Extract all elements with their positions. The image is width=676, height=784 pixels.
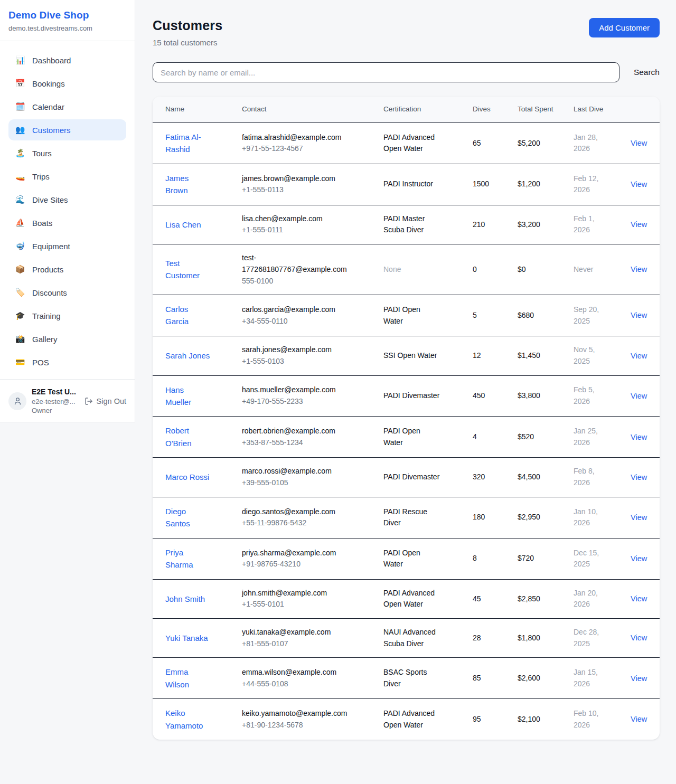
view-customer-link[interactable]: View	[631, 513, 647, 522]
view-customer-link[interactable]: View	[631, 634, 647, 642]
customer-certification: PADI Open Water	[383, 305, 420, 325]
search-button[interactable]: Search	[634, 68, 660, 77]
table-row: Test Customer test-1772681807767@example…	[153, 244, 660, 295]
sidebar-item-dashboard[interactable]: 📊 Dashboard	[8, 50, 126, 71]
customer-phone: 555-0100	[242, 276, 348, 287]
add-customer-button[interactable]: Add Customer	[589, 18, 660, 37]
view-customer-link[interactable]: View	[631, 674, 647, 683]
customers-table-card: Name Contact Certification Dives Total S…	[153, 97, 660, 740]
view-customer-link[interactable]: View	[631, 139, 647, 147]
customer-name-link[interactable]: Carlos Garcia	[165, 303, 210, 328]
view-customer-link[interactable]: View	[631, 265, 647, 273]
customer-dives: 95	[473, 715, 481, 723]
customer-dives: 320	[473, 473, 485, 481]
customer-name-link[interactable]: Lisa Chen	[165, 219, 201, 231]
customer-total-spent: $520	[518, 432, 534, 441]
sidebar-item-pos[interactable]: 💳 POS	[8, 352, 126, 373]
sidebar-item-label: Products	[32, 265, 63, 274]
view-customer-link[interactable]: View	[631, 554, 647, 563]
customer-certification: PADI Divemaster	[383, 473, 439, 481]
table-row: James Brown james.brown@example.com +1-5…	[153, 164, 660, 205]
customer-name-link[interactable]: Diego Santos	[165, 505, 210, 530]
sidebar-item-gallery[interactable]: 📸 Gallery	[8, 328, 126, 350]
sidebar-item-discounts[interactable]: 🏷️ Discounts	[8, 282, 126, 303]
customer-name-link[interactable]: Yuki Tanaka	[165, 632, 208, 644]
customer-email: lisa.chen@example.com	[242, 213, 348, 225]
sidebar-item-label: Equipment	[32, 242, 70, 251]
view-customer-link[interactable]: View	[631, 180, 647, 188]
customer-name-link[interactable]: James Brown	[165, 172, 210, 197]
view-customer-link[interactable]: View	[631, 433, 647, 441]
sign-out-label: Sign Out	[97, 397, 126, 405]
customer-email: priya.sharma@example.com	[242, 547, 348, 559]
table-row: Keiko Yamamoto keiko.yamamoto@example.co…	[153, 699, 660, 740]
customer-name-link[interactable]: Marco Rossi	[165, 471, 209, 483]
customer-name-link[interactable]: Priya Sharma	[165, 546, 210, 571]
customer-name-link[interactable]: Emma Wilson	[165, 666, 210, 691]
sidebar-item-equipment[interactable]: 🤿 Equipment	[8, 235, 126, 257]
customer-dives: 4	[473, 432, 477, 441]
sidebar-item-label: POS	[32, 358, 49, 367]
search-input[interactable]	[153, 62, 619, 82]
nav-icon: 🌊	[15, 195, 25, 204]
sidebar-item-calendar[interactable]: 🗓️ Calendar	[8, 96, 126, 117]
customer-dives: 5	[473, 311, 477, 319]
customer-name-link[interactable]: Keiko Yamamoto	[165, 707, 210, 732]
customer-total-spent: $680	[518, 311, 534, 319]
table-row: Hans Mueller hans.mueller@example.com +4…	[153, 375, 660, 417]
col-header-total-spent: Total Spent	[511, 97, 567, 122]
table-row: Sarah Jones sarah.jones@example.com +1-5…	[153, 336, 660, 375]
col-header-contact: Contact	[236, 97, 377, 122]
customer-dives: 8	[473, 554, 477, 562]
sidebar-item-training[interactable]: 🎓 Training	[8, 305, 126, 326]
customer-last-dive: Never	[574, 265, 593, 273]
customer-email: yuki.tanaka@example.com	[242, 627, 348, 638]
view-customer-link[interactable]: View	[631, 715, 647, 723]
sidebar-item-tours[interactable]: 🏝️ Tours	[8, 143, 126, 164]
customer-name-link[interactable]: Hans Mueller	[165, 384, 210, 409]
customer-phone: +49-170-555-2233	[242, 396, 348, 408]
customer-name-link[interactable]: Sarah Jones	[165, 350, 210, 362]
table-row: Emma Wilson emma.wilson@example.com +44-…	[153, 658, 660, 699]
customer-name-link[interactable]: Test Customer	[165, 257, 210, 282]
customer-total-spent: $0	[518, 265, 526, 273]
col-header-last-dive: Last Dive	[567, 97, 624, 122]
view-customer-link[interactable]: View	[631, 594, 647, 603]
sidebar-item-customers[interactable]: 👥 Customers	[8, 119, 126, 140]
page: Demo Dive Shop demo.test.divestreams.com…	[0, 0, 676, 740]
customer-name-link[interactable]: John Smith	[165, 593, 205, 605]
customer-dives: 65	[473, 139, 481, 147]
sidebar-nav: 📊 Dashboard 📅 Bookings 🗓️ Calendar 👥 Cus…	[0, 41, 135, 379]
customer-last-dive: Nov 5, 2025	[574, 345, 595, 365]
nav-icon: 📅	[15, 79, 25, 88]
customer-phone: +1-555-0103	[242, 356, 348, 367]
customer-phone: +44-555-0108	[242, 678, 348, 690]
sidebar-item-dive-sites[interactable]: 🌊 Dive Sites	[8, 189, 126, 210]
view-customer-link[interactable]: View	[631, 352, 647, 360]
customer-phone: +81-90-1234-5678	[242, 720, 348, 731]
customer-name-link[interactable]: Fatima Al-Rashid	[165, 131, 210, 156]
customer-name-link[interactable]: Robert O'Brien	[165, 424, 210, 449]
sign-out-button[interactable]: Sign Out	[84, 397, 126, 405]
sidebar-item-trips[interactable]: 🚤 Trips	[8, 166, 126, 187]
customer-email: marco.rossi@example.com	[242, 466, 348, 477]
sidebar-item-products[interactable]: 📦 Products	[8, 259, 126, 280]
shop-domain: demo.test.divestreams.com	[8, 24, 126, 32]
customer-dives: 0	[473, 265, 477, 273]
view-customer-link[interactable]: View	[631, 311, 647, 319]
customer-total-spent: $1,200	[518, 180, 540, 188]
customer-dives: 28	[473, 634, 481, 642]
view-customer-link[interactable]: View	[631, 220, 647, 229]
customer-last-dive: Feb 12, 2026	[574, 174, 598, 194]
customer-email: fatima.alrashid@example.com	[242, 132, 348, 144]
view-customer-link[interactable]: View	[631, 473, 647, 481]
sidebar: Demo Dive Shop demo.test.divestreams.com…	[0, 0, 135, 422]
customer-dives: 450	[473, 391, 485, 400]
view-customer-link[interactable]: View	[631, 392, 647, 400]
customer-email: hans.mueller@example.com	[242, 384, 348, 396]
customer-email: diego.santos@example.com	[242, 506, 348, 518]
sidebar-item-boats[interactable]: ⛵ Boats	[8, 212, 126, 233]
sidebar-item-bookings[interactable]: 📅 Bookings	[8, 73, 126, 94]
search-row: Search	[153, 62, 660, 82]
sidebar-item-label: Trips	[32, 172, 50, 181]
